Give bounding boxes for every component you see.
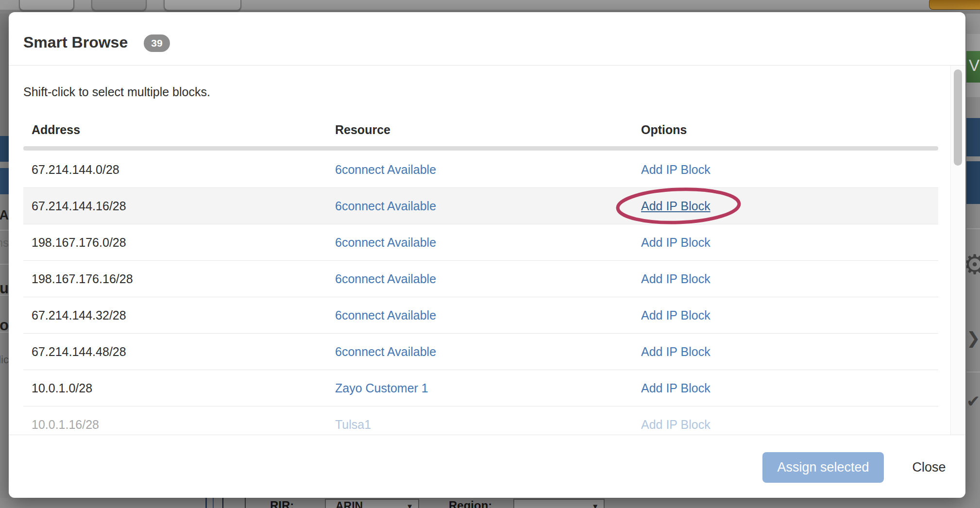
resource-link[interactable]: 6connect Available xyxy=(335,224,436,260)
background-divider xyxy=(205,498,207,508)
assign-selected-button[interactable]: Assign selected xyxy=(762,452,884,483)
resource-link[interactable]: Tulsa1 xyxy=(335,406,371,435)
background-text-fragment: A xyxy=(0,208,9,223)
background-divider xyxy=(245,498,246,508)
scrollbar-thumb[interactable] xyxy=(954,69,962,166)
background-divider xyxy=(966,372,980,373)
rir-select-value: ARIN xyxy=(336,500,363,508)
background-button xyxy=(164,0,241,11)
column-header-address: Address xyxy=(32,123,80,137)
background-toolbar xyxy=(0,0,980,10)
region-select: ▼ xyxy=(513,499,605,508)
background-panel xyxy=(0,14,9,136)
add-ip-block-link[interactable]: Add IP Block xyxy=(641,224,710,260)
add-ip-block-link[interactable]: Add IP Block xyxy=(641,370,710,406)
background-blue-bar xyxy=(0,168,9,194)
background-divider xyxy=(213,498,214,508)
background-panel xyxy=(966,14,980,34)
address-cell: 10.0.1.0/28 xyxy=(32,370,92,406)
address-cell: 67.214.144.16/28 xyxy=(32,188,126,224)
scrollbar-track[interactable] xyxy=(950,66,965,435)
table-rows: 67.214.144.0/28 6connect Available Add I… xyxy=(23,152,938,435)
background-divider xyxy=(0,162,9,168)
background-button xyxy=(19,0,74,11)
add-ip-block-link[interactable]: Add IP Block xyxy=(641,297,710,333)
table-row[interactable]: 67.214.144.32/28 6connect Available Add … xyxy=(23,297,938,334)
background-panel xyxy=(966,83,980,97)
table-row[interactable]: 67.214.144.16/28 6connect Available Add … xyxy=(23,188,938,224)
background-green-button-label: V xyxy=(969,56,980,74)
rir-label: RIR: xyxy=(270,499,294,508)
resource-link[interactable]: 6connect Available xyxy=(335,261,436,297)
dropdown-arrow-icon: ▼ xyxy=(591,500,599,508)
resource-link[interactable]: 6connect Available xyxy=(335,297,436,333)
background-right-edge: V ⚙ ❯ ✔ xyxy=(966,14,980,498)
address-cell: 67.214.144.32/28 xyxy=(32,297,126,333)
modal-footer: Assign selected Close xyxy=(9,435,965,498)
address-cell: 67.214.144.48/28 xyxy=(32,334,126,370)
rir-select: ARIN ▼ xyxy=(325,499,419,508)
background-button xyxy=(91,0,147,11)
close-button[interactable]: Close xyxy=(905,452,953,483)
table-row[interactable]: 10.0.1.0/28 Zayo Customer 1 Add IP Block xyxy=(23,370,938,406)
resource-link[interactable]: 6connect Available xyxy=(335,334,436,370)
table-row[interactable]: 198.167.176.0/28 6connect Available Add … xyxy=(23,224,938,261)
add-ip-block-link[interactable]: Add IP Block xyxy=(641,188,710,224)
address-cell: 67.214.144.0/28 xyxy=(32,152,119,187)
modal-title: Smart Browse xyxy=(23,34,128,51)
table-header-row: Address Resource Options xyxy=(23,123,938,142)
region-label: Region: xyxy=(449,499,492,508)
background-divider xyxy=(966,228,980,229)
background-bottom-bar: RIR: ARIN ▼ Region: ▼ xyxy=(0,498,980,508)
address-cell: 198.167.176.0/28 xyxy=(32,224,126,260)
modal-header: Smart Browse 39 xyxy=(9,12,965,66)
add-ip-block-link[interactable]: Add IP Block xyxy=(641,261,710,297)
background-divider xyxy=(0,264,9,265)
background-divider xyxy=(0,295,9,296)
smart-browse-modal: Smart Browse 39 Shift-click to select mu… xyxy=(9,12,965,498)
check-icon: ✔ xyxy=(966,391,980,411)
count-badge: 39 xyxy=(144,34,170,52)
table-row[interactable]: 198.167.176.16/28 6connect Available Add… xyxy=(23,261,938,297)
background-green-button: V xyxy=(966,51,980,83)
background-orange-button xyxy=(929,0,980,10)
table-row[interactable]: 67.214.144.0/28 6connect Available Add I… xyxy=(23,152,938,188)
table-row[interactable]: 67.214.144.48/28 6connect Available Add … xyxy=(23,334,938,370)
background-panel xyxy=(966,34,980,51)
gear-icon: ⚙ xyxy=(966,249,980,280)
background-text-fragment: ns xyxy=(0,236,9,250)
add-ip-block-link[interactable]: Add IP Block xyxy=(641,152,710,187)
resource-link[interactable]: 6connect Available xyxy=(335,152,436,187)
modal-body: Shift-click to select multiple blocks. A… xyxy=(9,66,965,435)
add-ip-block-link[interactable]: Add IP Block xyxy=(641,334,710,370)
background-text-fragment: lic xyxy=(0,354,9,366)
hint-text: Shift-click to select multiple blocks. xyxy=(23,85,210,99)
dropdown-arrow-icon: ▼ xyxy=(406,500,413,508)
column-header-resource: Resource xyxy=(335,123,390,137)
background-divider xyxy=(0,230,9,231)
address-cell: 10.0.1.16/28 xyxy=(32,406,99,435)
resource-link[interactable]: 6connect Available xyxy=(335,188,436,224)
chevron-right-icon: ❯ xyxy=(966,328,980,348)
background-divider xyxy=(222,498,223,508)
column-header-options: Options xyxy=(641,123,687,137)
table-header-divider xyxy=(23,146,938,151)
add-ip-block-link[interactable]: Add IP Block xyxy=(641,406,710,435)
table-row[interactable]: 10.0.1.16/28 Tulsa1 Add IP Block xyxy=(23,406,938,435)
background-blue-bar xyxy=(0,136,9,162)
background-divider xyxy=(0,332,9,333)
resource-link[interactable]: Zayo Customer 1 xyxy=(335,370,428,406)
address-cell: 198.167.176.16/28 xyxy=(32,261,133,297)
background-blue-bar xyxy=(966,161,980,204)
background-left-edge: A ns u o lic xyxy=(0,14,9,498)
background-blue-bar xyxy=(966,118,980,156)
